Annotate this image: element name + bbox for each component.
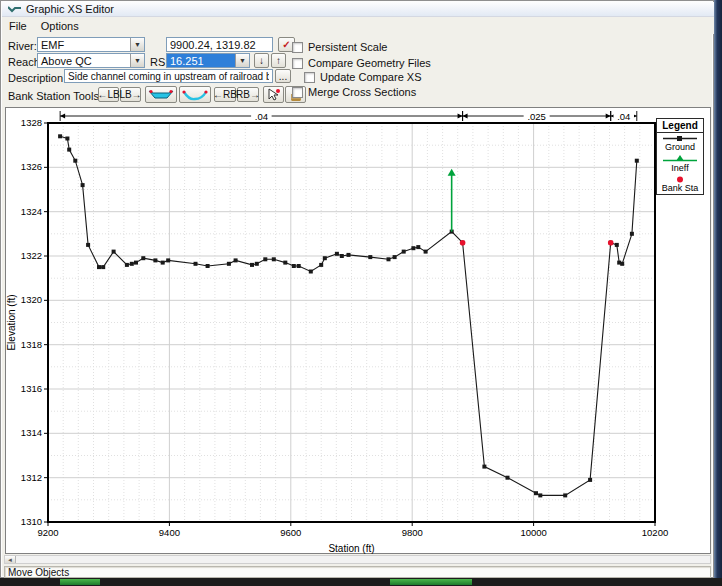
svg-text:1326: 1326 — [21, 161, 42, 172]
down-arrow-icon: ↓ — [259, 55, 264, 66]
svg-text:Elevation (ft): Elevation (ft) — [6, 294, 17, 350]
window-icon — [8, 5, 21, 14]
compare-geometry-files-checkbox[interactable]: Compare Geometry Files — [292, 57, 431, 69]
description-field[interactable]: Side channel coming in upstream of railr… — [64, 69, 273, 83]
move-right-bank-right-button[interactable]: RB→ — [237, 87, 259, 102]
svg-text:10200: 10200 — [642, 527, 668, 538]
menu-file[interactable]: File — [2, 19, 34, 33]
lb-left-label: ←LB — [97, 89, 119, 100]
reach-combobox[interactable]: Above QC ▼ — [37, 53, 145, 68]
title-bar[interactable]: Graphic XS Editor — [2, 2, 714, 17]
legend-bank-sta-label: Bank Sta — [657, 183, 703, 194]
next-rs-button[interactable]: ↑ — [271, 53, 286, 68]
menu-options[interactable]: Options — [34, 19, 86, 33]
graphic-xs-editor-window: Graphic XS Editor File Options River: EM… — [0, 0, 714, 578]
taskbar-strip — [0, 578, 722, 586]
up-arrow-icon: ↑ — [276, 55, 281, 66]
reach-value: Above QC — [38, 54, 130, 67]
pointer-icon — [267, 88, 281, 101]
river-label: River: — [8, 40, 37, 52]
svg-text:1324: 1324 — [21, 206, 42, 217]
description-value: Side channel coming in upstream of railr… — [68, 71, 269, 82]
lb-right-label: LB→ — [119, 89, 141, 100]
channel-banks-icon — [148, 89, 174, 101]
move-left-bank-left-button[interactable]: ←LB — [98, 87, 119, 102]
channel-points-icon — [182, 89, 208, 101]
cursor-coordinates-value: 9900.24, 1319.82 — [170, 39, 256, 51]
svg-text:9600: 9600 — [280, 527, 301, 538]
svg-text:1320: 1320 — [21, 294, 42, 305]
river-combobox[interactable]: EMF ▼ — [37, 37, 145, 52]
rs-value: 16.251 — [167, 54, 235, 67]
set-banks-points-button[interactable] — [179, 86, 211, 103]
svg-text:1318: 1318 — [21, 339, 42, 350]
checkbox-label: Update Compare XS — [320, 71, 422, 83]
svg-text:1322: 1322 — [21, 250, 42, 261]
taskbar-item — [60, 579, 100, 585]
checkbox-box[interactable] — [292, 87, 303, 98]
chevron-down-icon[interactable]: ▼ — [130, 38, 144, 51]
svg-text:.04: .04 — [617, 111, 630, 122]
chevron-down-icon[interactable]: ▼ — [235, 54, 249, 67]
cursor-coordinates-field: 9900.24, 1319.82 — [166, 37, 273, 52]
description-label: Description — [8, 72, 63, 84]
checkbox-label: Merge Cross Sections — [308, 86, 416, 98]
merge-cross-sections-checkbox[interactable]: Merge Cross Sections — [292, 86, 416, 98]
svg-text:1316: 1316 — [21, 383, 42, 394]
checkbox-label: Compare Geometry Files — [308, 57, 431, 69]
chevron-down-icon[interactable]: ▼ — [130, 54, 144, 67]
ground-line-icon — [662, 135, 698, 142]
persistent-scale-checkbox[interactable]: Persistent Scale — [292, 41, 387, 53]
legend-ineff-label: Ineff — [657, 163, 703, 174]
svg-text:1328: 1328 — [21, 117, 42, 128]
rb-right-label: RB→ — [236, 89, 260, 100]
bank-tools-label: Bank Station Tools: — [8, 90, 102, 102]
status-text: Move Objects — [5, 567, 69, 578]
cross-section-plot-panel: .04.025.04920094009600980010000102001310… — [5, 107, 711, 554]
rb-left-label: ←RB — [213, 89, 237, 100]
svg-text:.04: .04 — [255, 111, 268, 122]
bank-sta-dot-icon — [662, 176, 698, 183]
legend-box: Legend Ground Ineff Bank Sta — [656, 118, 704, 195]
move-left-bank-right-button[interactable]: LB→ — [120, 87, 141, 102]
checkbox-box[interactable] — [292, 58, 303, 69]
river-value: EMF — [38, 38, 130, 51]
background-window-edge — [714, 0, 722, 586]
rs-combobox[interactable]: 16.251 ▼ — [166, 53, 250, 68]
svg-text:1310: 1310 — [21, 516, 42, 527]
legend-ground-label: Ground — [657, 142, 703, 153]
svg-text:9400: 9400 — [159, 527, 180, 538]
svg-text:1312: 1312 — [21, 472, 42, 483]
previous-rs-button[interactable]: ↓ — [254, 53, 269, 68]
status-bar: Move Objects — [4, 566, 711, 578]
horizontal-scrollbar[interactable]: ◄ — [4, 555, 711, 564]
checkbox-box[interactable] — [304, 72, 315, 83]
move-right-bank-left-button[interactable]: ←RB — [214, 87, 236, 102]
update-compare-xs-checkbox[interactable]: Update Compare XS — [304, 71, 422, 83]
svg-text:1314: 1314 — [21, 427, 42, 438]
menu-bar: File Options — [2, 17, 714, 34]
scroll-left-icon[interactable]: ◄ — [5, 556, 16, 563]
taskbar-item — [390, 579, 472, 585]
checkbox-label: Persistent Scale — [308, 41, 387, 53]
legend-title: Legend — [657, 119, 703, 133]
svg-text:.025: .025 — [527, 111, 546, 122]
checkbox-box[interactable] — [292, 42, 303, 53]
svg-text:Station (ft): Station (ft) — [328, 543, 374, 554]
cross-section-plot[interactable]: .04.025.04920094009600980010000102001310… — [6, 108, 712, 555]
svg-text:10000: 10000 — [520, 527, 546, 538]
select-bank-pointer-button[interactable] — [263, 86, 284, 103]
svg-text:9800: 9800 — [402, 527, 423, 538]
ineff-line-icon — [662, 155, 698, 163]
ellipsis-label: ... — [279, 71, 287, 82]
description-more-button[interactable]: ... — [275, 69, 291, 83]
set-banks-channel-button[interactable] — [145, 86, 177, 103]
window-title: Graphic XS Editor — [26, 3, 114, 15]
svg-text:9200: 9200 — [37, 527, 58, 538]
